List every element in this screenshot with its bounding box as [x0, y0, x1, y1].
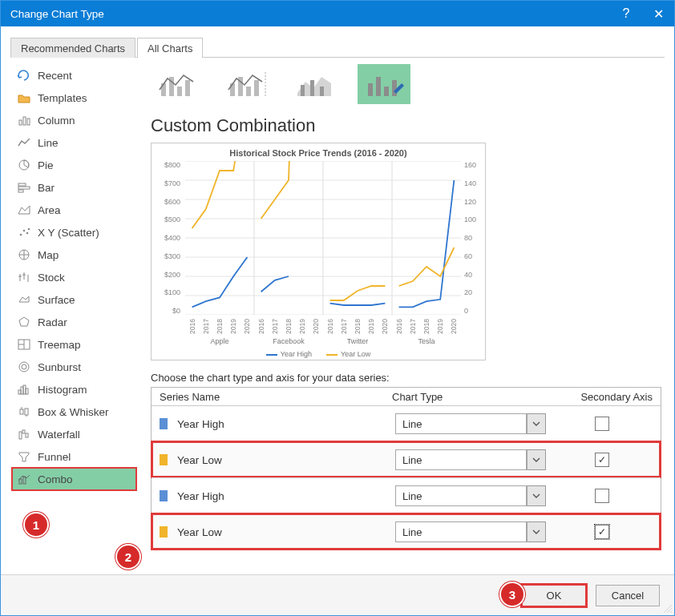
chart-legend: Year High Year Low	[152, 350, 485, 358]
chart-type-select[interactable]: Line	[395, 485, 546, 506]
tab-all-charts[interactable]: All Charts	[137, 38, 203, 58]
tabs: Recommended Charts All Charts	[10, 38, 665, 58]
nav-waterfall[interactable]: Waterfall	[12, 423, 136, 445]
xcat: Apple	[185, 337, 254, 345]
radar-chart-icon	[17, 316, 31, 328]
close-button[interactable]: ✕	[642, 1, 674, 26]
nav-map[interactable]: Map	[12, 244, 136, 266]
stock-chart-icon	[17, 271, 31, 284]
secondary-axis-checkbox[interactable]	[595, 489, 609, 503]
ok-button[interactable]: OK	[522, 585, 586, 606]
nav-templates[interactable]: Templates	[12, 87, 136, 109]
svg-line-66	[670, 611, 672, 613]
scatter-chart-icon	[17, 226, 31, 239]
button-label: OK	[547, 590, 562, 602]
nav-scatter[interactable]: X Y (Scatter)	[12, 221, 136, 244]
x-year-labels: 2016201720182019202020162017201820192020…	[185, 319, 461, 334]
chevron-down-icon	[527, 521, 546, 542]
svg-point-9	[26, 232, 29, 235]
legend-entry: Year High	[266, 350, 312, 358]
nav-column[interactable]: Column	[12, 109, 136, 131]
content-area: Custom Combination Historical Stock Pric…	[136, 58, 674, 578]
pie-chart-icon	[17, 159, 31, 171]
nav-box-whisker[interactable]: Box & Whisker	[12, 401, 136, 423]
help-button[interactable]: ?	[610, 1, 642, 26]
series-row: Year Low Line	[152, 441, 661, 477]
nav-label: Waterfall	[38, 429, 80, 441]
y2tick: 100	[464, 215, 480, 223]
chart-preview[interactable]: Historical Stock Price Trends (2016 - 20…	[151, 143, 486, 360]
secondary-axis-checkbox[interactable]	[595, 417, 609, 431]
choose-series-label: Choose the chart type and axis for your …	[151, 372, 661, 384]
secondary-axis-checkbox[interactable]	[595, 453, 609, 467]
chart-type-select[interactable]: Line	[395, 449, 546, 470]
nav-histogram[interactable]: Histogram	[12, 378, 136, 401]
combo-subtype-thumbnails	[151, 64, 661, 104]
nav-sunburst[interactable]: Sunburst	[12, 356, 136, 378]
cancel-button[interactable]: Cancel	[596, 585, 660, 606]
sunburst-chart-icon	[17, 360, 31, 373]
combo-subtype-clustered-column-line[interactable]	[151, 64, 204, 104]
dialog-footer: OK Cancel	[1, 574, 674, 615]
titlebar: Change Chart Type ? ✕	[1, 1, 674, 26]
nav-surface[interactable]: Surface	[12, 288, 136, 311]
subtype-heading: Custom Combination	[151, 115, 661, 136]
nav-label: Map	[38, 249, 59, 261]
nav-label: Surface	[38, 294, 75, 306]
chart-type-select[interactable]: Line	[395, 413, 546, 434]
bar-chart-icon	[17, 181, 31, 194]
svg-rect-2	[27, 119, 30, 125]
combo-subtype-clustered-column-line-secondary[interactable]	[220, 64, 273, 104]
header-chart-type: Chart Type	[392, 391, 552, 403]
svg-rect-26	[26, 389, 28, 394]
svg-rect-33	[26, 433, 28, 437]
chevron-down-icon	[527, 485, 546, 506]
surface-chart-icon	[17, 293, 31, 306]
tab-label: All Charts	[148, 42, 192, 54]
ytick: $200	[161, 271, 180, 279]
funnel-chart-icon	[17, 450, 31, 463]
nav-recent[interactable]: Recent	[12, 64, 136, 87]
nav-funnel[interactable]: Funnel	[12, 445, 136, 468]
series-color-swatch	[160, 418, 168, 429]
svg-rect-42	[246, 87, 251, 96]
resize-grip-icon[interactable]	[661, 602, 673, 614]
select-value: Line	[395, 521, 527, 542]
annotation-callout-1: 1	[23, 512, 49, 537]
svg-rect-31	[19, 432, 22, 439]
nav-bar[interactable]: Bar	[12, 176, 136, 199]
combo-subtype-stacked-area-clustered-column[interactable]	[289, 64, 342, 104]
nav-label: Bar	[38, 182, 55, 194]
nav-label: Line	[38, 137, 59, 149]
y2tick: 80	[464, 234, 480, 242]
nav-line[interactable]: Line	[12, 131, 136, 154]
tab-recommended-charts[interactable]: Recommended Charts	[10, 38, 135, 58]
svg-rect-40	[230, 83, 235, 96]
nav-treemap[interactable]: Treemap	[12, 333, 136, 356]
svg-rect-49	[376, 77, 381, 96]
nav-radar[interactable]: Radar	[12, 311, 136, 333]
nav-label: Pie	[38, 159, 54, 171]
svg-marker-17	[19, 317, 29, 326]
ytick: $300	[161, 252, 180, 260]
nav-area[interactable]: Area	[12, 199, 136, 221]
button-label: Cancel	[612, 590, 644, 602]
svg-rect-43	[254, 80, 259, 96]
nav-stock[interactable]: Stock	[12, 266, 136, 288]
series-color-swatch	[160, 454, 168, 465]
combo-subtype-custom[interactable]	[358, 64, 410, 104]
y2tick: 60	[464, 252, 480, 260]
chevron-down-icon	[527, 449, 546, 470]
combo-chart-icon	[17, 473, 31, 485]
svg-point-10	[28, 228, 30, 231]
x-category-labels: Apple Facebook Twitter Tesla	[185, 337, 461, 345]
select-value: Line	[395, 413, 527, 434]
nav-label: Box & Whisker	[38, 406, 109, 418]
chart-type-select[interactable]: Line	[395, 521, 546, 542]
nav-pie[interactable]: Pie	[12, 154, 136, 176]
nav-label: Recent	[38, 70, 72, 82]
svg-rect-0	[19, 120, 22, 125]
secondary-axis-checkbox[interactable]	[595, 525, 609, 539]
nav-combo[interactable]: Combo	[12, 468, 136, 490]
chart-title: Historical Stock Price Trends (2016 - 20…	[152, 148, 485, 158]
